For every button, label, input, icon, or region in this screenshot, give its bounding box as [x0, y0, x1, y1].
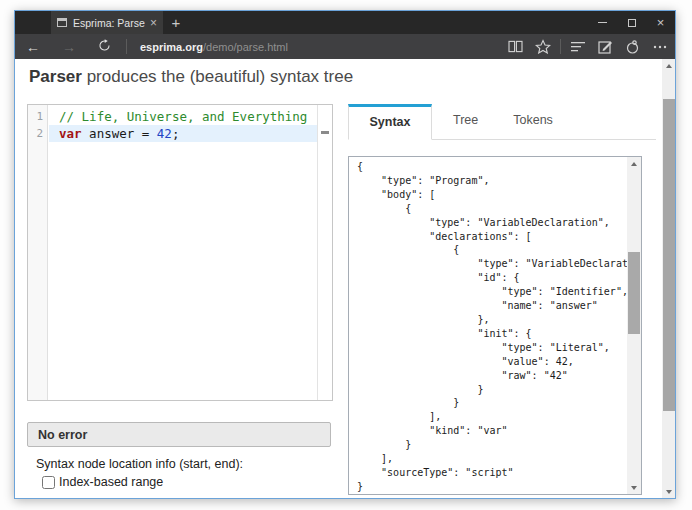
favorites-button[interactable]	[529, 34, 556, 59]
active-line-marker	[321, 131, 329, 134]
navbar-separator	[126, 39, 127, 54]
browser-tab-esprima[interactable]: Esprima: Parser ×	[51, 11, 163, 34]
page-scroll-up-arrow-icon[interactable]	[662, 59, 675, 72]
web-note-button[interactable]	[592, 34, 619, 59]
page-content: Parser produces the (beautiful) syntax t…	[15, 59, 675, 498]
syntax-output-box[interactable]: { "type": "Program", "body": [ { "type":…	[348, 156, 642, 495]
close-icon: ×	[657, 16, 665, 29]
output-tab-bar: Syntax Tree Tokens	[348, 104, 656, 140]
navbar-separator	[560, 39, 561, 54]
semicolon-token: ;	[172, 126, 180, 141]
back-button[interactable]: ←	[15, 40, 51, 54]
minimize-icon	[598, 22, 607, 23]
maximize-button[interactable]	[617, 11, 646, 34]
comment-token: // Life, Universe, and Everything	[59, 109, 307, 124]
output-scrollbar-thumb[interactable]	[628, 252, 640, 334]
index-based-range-checkbox[interactable]	[42, 476, 55, 489]
code-line-1: // Life, Universe, and Everything	[49, 108, 317, 125]
hub-button[interactable]	[565, 34, 592, 59]
navigation-bar: ← → esprima.org/demo/parse.html	[15, 34, 675, 59]
syntax-json-text[interactable]: { "type": "Program", "body": [ { "type":…	[349, 157, 627, 494]
page-favicon-icon	[57, 18, 67, 27]
scroll-down-arrow-icon[interactable]	[627, 481, 641, 494]
editor-text-area[interactable]: // Life, Universe, and Everything var an…	[49, 105, 317, 400]
code-line-2-active: var answer = 42;	[49, 125, 317, 142]
output-scrollbar[interactable]	[627, 157, 641, 494]
page-scrollbar[interactable]	[662, 59, 675, 498]
editor-scrollbar[interactable]	[317, 105, 332, 400]
scroll-up-arrow-icon[interactable]	[627, 157, 641, 170]
ellipsis-icon	[653, 45, 667, 49]
line-number: 1	[28, 108, 47, 125]
tab-syntax[interactable]: Syntax	[348, 104, 432, 140]
number-token: 42	[157, 126, 172, 141]
keyword-token: var	[59, 126, 82, 141]
index-based-range-label: Index-based range	[59, 475, 163, 489]
url-path: /demo/parse.html	[203, 41, 288, 53]
identifier-token: answer =	[82, 126, 157, 141]
url-domain: esprima.org	[140, 41, 203, 53]
star-icon	[535, 39, 551, 54]
new-tab-button[interactable]: +	[167, 14, 185, 31]
maximize-icon	[628, 19, 636, 27]
status-message-box: No error	[27, 422, 331, 447]
refresh-icon	[98, 39, 111, 52]
index-based-range-option[interactable]: Index-based range	[42, 475, 163, 489]
address-bar[interactable]: esprima.org/demo/parse.html	[140, 41, 288, 53]
forward-button[interactable]: →	[51, 40, 87, 54]
share-button[interactable]	[619, 34, 646, 59]
tab-tokens[interactable]: Tokens	[499, 104, 567, 140]
location-info-label: Syntax node location info (start, end):	[36, 457, 243, 471]
tab-tree[interactable]: Tree	[439, 104, 492, 140]
title-bar: Esprima: Parser × + ×	[15, 11, 675, 34]
web-note-pen-icon	[598, 40, 613, 54]
editor-line-number-gutter: 1 2	[28, 105, 48, 400]
reading-view-button[interactable]	[502, 34, 529, 59]
page-scroll-down-arrow-icon[interactable]	[662, 485, 675, 498]
tab-close-icon[interactable]: ×	[150, 17, 157, 29]
refresh-button[interactable]	[87, 39, 122, 54]
close-button[interactable]: ×	[646, 11, 675, 34]
reading-view-book-icon	[508, 40, 523, 53]
more-actions-button[interactable]	[646, 34, 673, 59]
page-title-rest: produces the (beautiful) syntax tree	[82, 67, 353, 86]
window-controls: ×	[588, 11, 675, 34]
line-number: 2	[28, 125, 47, 142]
page-title-bold: Parser	[29, 67, 82, 86]
tab-title: Esprima: Parser	[73, 17, 145, 29]
navbar-right-icons	[502, 34, 673, 59]
hub-lines-icon	[571, 41, 586, 53]
browser-window: Esprima: Parser × + × ← → esprima.org/de…	[14, 10, 676, 499]
page-title: Parser produces the (beautiful) syntax t…	[29, 67, 353, 87]
status-text: No error	[38, 428, 87, 442]
minimize-button[interactable]	[588, 11, 617, 34]
page-scrollbar-thumb[interactable]	[663, 99, 675, 411]
share-icon	[625, 40, 640, 54]
code-editor[interactable]: 1 2 // Life, Universe, and Everything va…	[27, 104, 333, 401]
